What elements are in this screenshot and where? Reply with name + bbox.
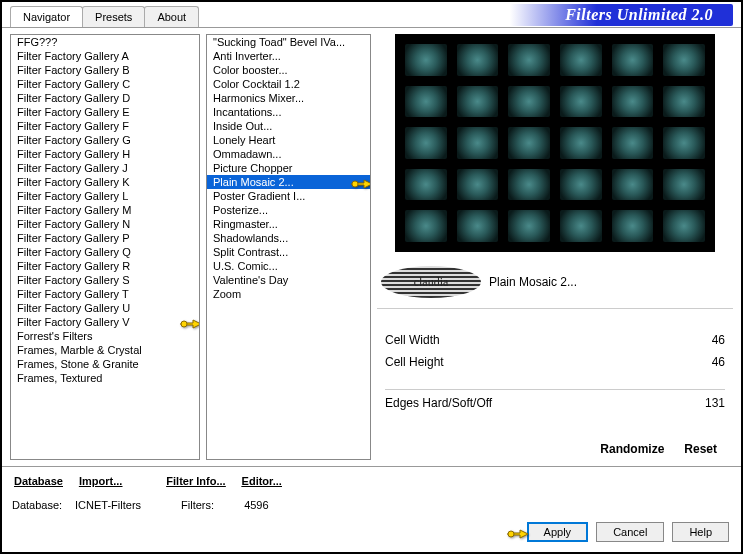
current-filter-name: Plain Mosaic 2... <box>489 275 729 289</box>
category-item[interactable]: Filter Factory Gallery Q <box>11 245 199 259</box>
category-item[interactable]: Filter Factory Gallery B <box>11 63 199 77</box>
preview-image <box>395 34 715 252</box>
category-item[interactable]: Filter Factory Gallery F <box>11 119 199 133</box>
category-item[interactable]: Filter Factory Gallery G <box>11 133 199 147</box>
editor-button[interactable]: Editor... <box>238 473 286 489</box>
param-value: 131 <box>705 396 725 410</box>
tab-about[interactable]: About <box>144 6 199 27</box>
import-button[interactable]: Import... <box>75 473 126 489</box>
filter-item[interactable]: Picture Chopper <box>207 161 370 175</box>
param-row[interactable]: Cell Height46 <box>385 351 725 373</box>
filter-item[interactable]: Incantations... <box>207 105 370 119</box>
apply-button[interactable]: Apply <box>527 522 589 542</box>
category-item[interactable]: FFG??? <box>11 35 199 49</box>
param-value: 46 <box>712 355 725 369</box>
category-item[interactable]: Filter Factory Gallery U <box>11 301 199 315</box>
category-item[interactable]: Frames, Textured <box>11 371 199 385</box>
app-title: Filters Unlimited 2.0 <box>485 4 733 26</box>
filter-info-button[interactable]: Filter Info... <box>162 473 229 489</box>
status-bar: Database: ICNET-Filters Filters: 4596 <box>2 495 741 515</box>
category-list[interactable]: FFG???Filter Factory Gallery AFilter Fac… <box>10 34 200 460</box>
filter-item[interactable]: U.S. Comic... <box>207 259 370 273</box>
filter-item[interactable]: Shadowlands... <box>207 231 370 245</box>
right-panel: claudia Plain Mosaic 2... Cell Width46Ce… <box>377 34 733 460</box>
filter-item[interactable]: Valentine's Day <box>207 273 370 287</box>
tabs: NavigatorPresetsAbout <box>2 6 198 27</box>
category-item[interactable]: Filter Factory Gallery A <box>11 49 199 63</box>
category-item[interactable]: Filter Factory Gallery E <box>11 105 199 119</box>
main-area: FFG???Filter Factory Gallery AFilter Fac… <box>2 28 741 466</box>
randomize-button[interactable]: Randomize <box>600 442 664 456</box>
filter-item[interactable]: Harmonics Mixer... <box>207 91 370 105</box>
category-item[interactable]: Filter Factory Gallery H <box>11 147 199 161</box>
category-item[interactable]: Filter Factory Gallery V <box>11 315 199 329</box>
param-row[interactable]: Edges Hard/Soft/Off131 <box>385 392 725 414</box>
category-item[interactable]: Filter Factory Gallery T <box>11 287 199 301</box>
filter-item[interactable]: Inside Out... <box>207 119 370 133</box>
category-item[interactable]: Filter Factory Gallery L <box>11 189 199 203</box>
param-row[interactable]: Cell Width46 <box>385 329 725 351</box>
filter-item[interactable]: Plain Mosaic 2... <box>207 175 370 189</box>
category-item[interactable]: Filter Factory Gallery M <box>11 203 199 217</box>
tab-presets[interactable]: Presets <box>82 6 145 27</box>
watermark: claudia <box>381 266 481 298</box>
category-item[interactable]: Filter Factory Gallery S <box>11 273 199 287</box>
filter-item[interactable]: Zoom <box>207 287 370 301</box>
category-item[interactable]: Frames, Stone & Granite <box>11 357 199 371</box>
parameters: Cell Width46Cell Height46Edges Hard/Soft… <box>377 317 733 426</box>
header: NavigatorPresetsAbout Filters Unlimited … <box>2 2 741 28</box>
category-item[interactable]: Filter Factory Gallery D <box>11 91 199 105</box>
filter-item[interactable]: Poster Gradient I... <box>207 189 370 203</box>
tab-navigator[interactable]: Navigator <box>10 6 83 27</box>
param-value: 46 <box>712 333 725 347</box>
category-item[interactable]: Forrest's Filters <box>11 329 199 343</box>
database-button[interactable]: Database <box>10 473 67 489</box>
category-item[interactable]: Filter Factory Gallery P <box>11 231 199 245</box>
category-item[interactable]: Filter Factory Gallery C <box>11 77 199 91</box>
category-item[interactable]: Filter Factory Gallery R <box>11 259 199 273</box>
filter-list[interactable]: "Sucking Toad" Bevel IVa...Anti Inverter… <box>206 34 371 460</box>
filter-item[interactable]: Anti Inverter... <box>207 49 370 63</box>
reset-button[interactable]: Reset <box>684 442 717 456</box>
param-label: Cell Height <box>385 355 444 369</box>
filter-item[interactable]: Split Contrast... <box>207 245 370 259</box>
category-item[interactable]: Filter Factory Gallery K <box>11 175 199 189</box>
param-label: Cell Width <box>385 333 440 347</box>
filter-item[interactable]: Color Cocktail 1.2 <box>207 77 370 91</box>
param-label: Edges Hard/Soft/Off <box>385 396 492 410</box>
dialog-buttons: Apply Cancel Help <box>527 522 729 542</box>
filter-item[interactable]: Ommadawn... <box>207 147 370 161</box>
category-item[interactable]: Filter Factory Gallery N <box>11 217 199 231</box>
filter-item[interactable]: Color booster... <box>207 63 370 77</box>
cancel-button[interactable]: Cancel <box>596 522 664 542</box>
category-item[interactable]: Frames, Marble & Crystal <box>11 343 199 357</box>
help-button[interactable]: Help <box>672 522 729 542</box>
filter-item[interactable]: Lonely Heart <box>207 133 370 147</box>
category-item[interactable]: Filter Factory Gallery J <box>11 161 199 175</box>
filter-item[interactable]: Ringmaster... <box>207 217 370 231</box>
toolbar: Database Import... Filter Info... Editor… <box>2 466 741 495</box>
filter-item[interactable]: "Sucking Toad" Bevel IVa... <box>207 35 370 49</box>
filter-item[interactable]: Posterize... <box>207 203 370 217</box>
